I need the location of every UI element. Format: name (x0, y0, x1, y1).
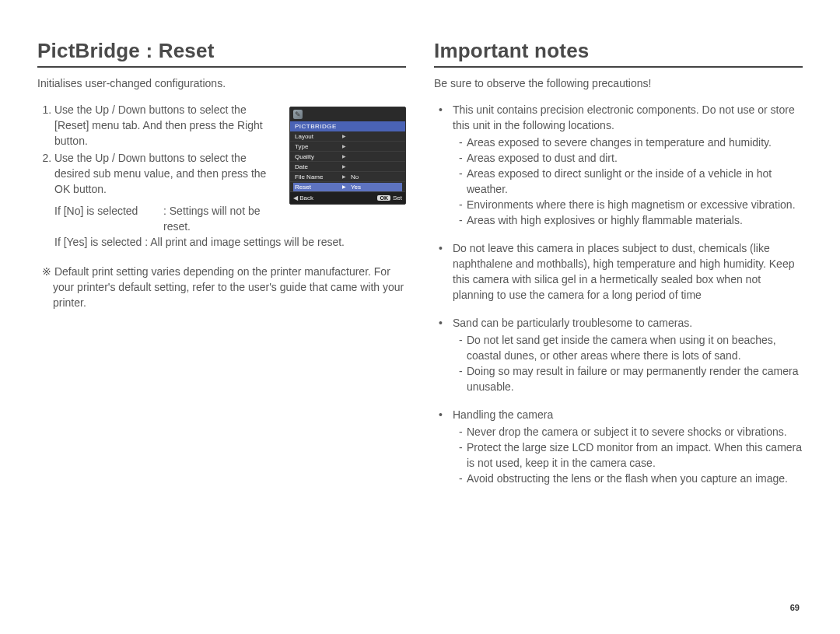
p1-s5: Areas with high explosives or highly fla… (459, 212, 803, 228)
menu-header: PICTBRIDGE (290, 121, 405, 131)
left-title: PictBridge : Reset (37, 39, 406, 68)
menu-ok-key: OK (377, 195, 390, 201)
if-yes: If [Yes] is selected : All print and ima… (54, 234, 406, 250)
menu-row-filename: File Name (295, 173, 323, 181)
p1-s4: Environments where there is high magneti… (459, 197, 803, 212)
precaution-3: Sand can be particularly troublesome to … (445, 315, 803, 394)
right-title: Important notes (434, 39, 803, 68)
p4-s3: Avoid obstructing the lens or the flash … (459, 471, 803, 486)
precaution-4-text: Handling the camera (453, 408, 553, 421)
p1-s3: Areas exposed to direct sunlight or the … (459, 166, 803, 197)
menu-row-quality: Quality (295, 152, 314, 161)
p1-s2: Areas exposed to dust and dirt. (459, 150, 803, 166)
precaution-4: Handling the camera Never drop the camer… (445, 407, 803, 486)
p4-s2: Protect the large size LCD monitor from … (459, 440, 803, 471)
menu-row-layout: Layout (295, 132, 313, 141)
menu-opt-no: No (348, 173, 402, 181)
precaution-2-text: Do not leave this camera in places subje… (453, 242, 794, 301)
left-column: PictBridge : Reset Initialises user-chan… (37, 39, 406, 634)
precautions-list: This unit contains precision electronic … (434, 102, 803, 486)
p4-s1: Never drop the camera or subject it to s… (459, 424, 803, 440)
menu-row-reset: Reset (295, 183, 311, 191)
left-intro: Initialises user-changed configurations. (37, 75, 406, 91)
menu-back-label: Back (299, 194, 313, 201)
if-no-val: : Settings will not be reset. (163, 203, 282, 234)
default-print-note: ※ Default print setting varies depending… (37, 264, 406, 310)
if-no-key: If [No] is selected (54, 203, 163, 234)
p1-s1: Areas exposed to severe changes in tempe… (459, 135, 803, 150)
precaution-1: This unit contains precision electronic … (445, 102, 803, 228)
precaution-3-text: Sand can be particularly troublesome to … (453, 317, 692, 329)
menu-row-type: Type (295, 142, 308, 151)
precaution-1-text: This unit contains precision electronic … (453, 103, 795, 131)
pictbridge-menu-screenshot: ✎ PICTBRIDGE Layout▶ Type▶ Quality▶ Date… (289, 107, 406, 205)
p3-s2: Doing so may result in failure or may pe… (459, 363, 803, 394)
right-column: Important notes Be sure to observe the f… (434, 39, 803, 634)
right-intro: Be sure to observe the following precaut… (434, 75, 803, 91)
menu-opt-yes: Yes (348, 183, 402, 191)
page-number: 69 (790, 603, 800, 612)
manual-page: PictBridge : Reset Initialises user-chan… (0, 0, 840, 634)
menu-row-date: Date (295, 163, 308, 171)
precaution-2: Do not leave this camera in places subje… (445, 240, 803, 303)
pictbridge-icon: ✎ (293, 110, 303, 119)
menu-set-label: Set (393, 194, 402, 201)
p3-s1: Do not let sand get inside the camera wh… (459, 332, 803, 363)
